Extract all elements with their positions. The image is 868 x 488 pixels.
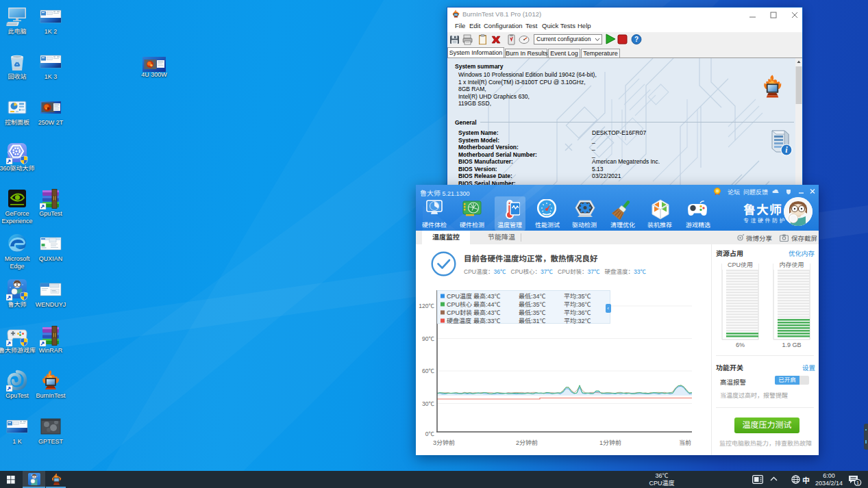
svg-text:最低:31℃: 最低:31℃ xyxy=(519,318,546,324)
svg-text:2分钟前: 2分钟前 xyxy=(516,439,538,446)
svg-text:1: 1 xyxy=(856,480,860,486)
svg-text:1分钟前: 1分钟前 xyxy=(599,439,621,446)
svg-text:3分钟前: 3分钟前 xyxy=(433,439,455,446)
svg-text:120℃: 120℃ xyxy=(419,303,434,309)
svg-text:硬盘温度: 硬盘温度 xyxy=(447,318,471,324)
svg-text:CPU温度: CPU温度 xyxy=(447,293,472,300)
svg-text:60℃: 60℃ xyxy=(422,368,434,374)
svg-text:平均:35℃: 平均:35℃ xyxy=(564,293,591,300)
svg-text:最低:34℃: 最低:34℃ xyxy=(519,293,546,300)
svg-text:平均:36℃: 平均:36℃ xyxy=(564,309,591,316)
svg-text:最高:33℃: 最高:33℃ xyxy=(473,318,501,324)
svg-text:0℃: 0℃ xyxy=(425,431,435,437)
svg-text:30℃: 30℃ xyxy=(422,400,434,407)
svg-text:CPU核心: CPU核心 xyxy=(447,301,472,308)
svg-text:平均:36℃: 平均:36℃ xyxy=(564,301,591,308)
svg-text:最高:43℃: 最高:43℃ xyxy=(473,309,501,316)
svg-text:?: ? xyxy=(634,36,638,43)
svg-text:最高:43℃: 最高:43℃ xyxy=(473,293,501,300)
svg-text:CPU封装: CPU封装 xyxy=(447,309,472,316)
svg-text:平均:32℃: 平均:32℃ xyxy=(564,318,591,324)
svg-text:最高:44℃: 最高:44℃ xyxy=(473,301,501,308)
svg-text:90℃: 90℃ xyxy=(422,335,434,342)
svg-text:当前: 当前 xyxy=(679,439,691,446)
svg-text:最低:35℃: 最低:35℃ xyxy=(519,309,546,316)
svg-text:最低:35℃: 最低:35℃ xyxy=(519,301,546,308)
